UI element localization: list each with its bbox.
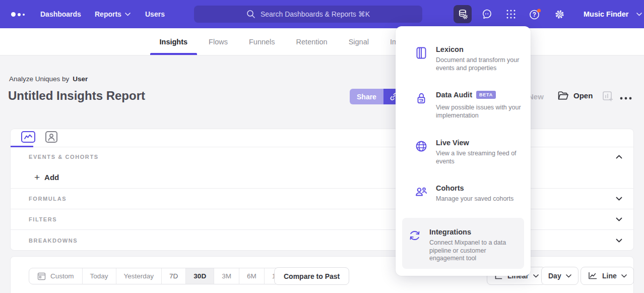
chevron-down-icon: [636, 13, 642, 16]
search-icon: [246, 10, 255, 19]
workspace-name: Music Finder: [584, 10, 628, 18]
section-breakdowns[interactable]: BREAKDOWNS: [11, 229, 633, 251]
top-nav: Dashboards Reports Users Search Dashboar…: [0, 0, 644, 28]
help-button[interactable]: ?: [526, 5, 544, 23]
range-7d[interactable]: 7D: [161, 268, 185, 284]
menu-item-title: Live View: [436, 139, 469, 147]
menu-item-desc: View possible issues with your implement…: [436, 104, 523, 120]
compare-label: Compare to Past: [284, 272, 340, 280]
tab-insights[interactable]: Insights: [150, 28, 198, 55]
add-label: Add: [44, 173, 59, 182]
calendar-icon: [37, 272, 46, 280]
section-events-cohorts[interactable]: EVENTS & COHORTS: [11, 147, 633, 166]
range-label: 6M: [247, 272, 256, 280]
section-formulas[interactable]: FORMULAS: [11, 188, 633, 209]
data-management-button[interactable]: [454, 5, 472, 23]
tab-label: Retention: [296, 38, 328, 46]
interval-selector[interactable]: Day: [541, 267, 578, 285]
book-icon: [415, 46, 428, 60]
menu-item-integrations[interactable]: Integrations Connect Mixpanel to a data …: [402, 218, 524, 269]
chart-add-icon: [602, 91, 614, 102]
add-event-button[interactable]: + Add: [34, 172, 59, 182]
chevron-down-icon[interactable]: [616, 239, 622, 243]
page-title[interactable]: Untitled Insights Report: [8, 89, 145, 103]
chevron-down-icon: [621, 274, 627, 278]
feedback-button[interactable]: [478, 5, 496, 23]
section-filters[interactable]: FILTERS: [11, 209, 633, 229]
tab-funnels[interactable]: Funnels: [239, 28, 285, 55]
section-label: EVENTS & COHORTS: [29, 154, 99, 160]
gear-icon: [554, 9, 565, 20]
interval-label: Day: [548, 272, 561, 280]
tab-label: Flows: [209, 38, 228, 46]
nav-item-reports[interactable]: Reports: [95, 0, 131, 28]
menu-item-title: Data Audit: [436, 91, 472, 99]
beta-badge: BETA: [476, 91, 496, 99]
report-tab-bar: Insights Flows Funnels Retention Signal …: [0, 28, 644, 55]
svg-text:?: ?: [533, 11, 536, 18]
people-icon: [415, 185, 428, 198]
apps-grid-button[interactable]: [502, 5, 520, 23]
range-label: 7D: [169, 272, 178, 280]
chevron-down-icon[interactable]: [616, 197, 622, 201]
chart-toolbar-card: Custom Today Yesterday 7D 30D 3M 6M 12M …: [10, 256, 634, 293]
nav-item-users[interactable]: Users: [145, 0, 165, 28]
database-gear-icon: [457, 9, 469, 20]
range-label: Today: [90, 272, 108, 280]
search-input[interactable]: Search Dashboards & Reports ⌘K: [194, 6, 422, 23]
add-to-dashboard-button[interactable]: [602, 91, 614, 104]
tab-metrics-chart[interactable]: [21, 131, 36, 145]
tab-label: Signal: [349, 38, 369, 46]
menu-item-data-audit[interactable]: Data Audit BETA View possible issues wit…: [402, 91, 524, 120]
line-chart-icon: [588, 271, 598, 280]
menu-item-live-view[interactable]: Live View View a live streaming feed of …: [402, 139, 524, 165]
analysis-entity-selector[interactable]: User: [73, 75, 88, 83]
profile-tab-icon: [45, 131, 58, 143]
help-icon: ?: [529, 8, 542, 21]
chevron-down-icon: [566, 274, 571, 278]
menu-item-cohorts[interactable]: Cohorts Manage your saved cohorts: [402, 184, 524, 203]
range-label: Yesterday: [124, 272, 154, 280]
open-label: Open: [573, 91, 593, 100]
chevron-down-icon: [125, 13, 131, 16]
sync-icon: [408, 229, 421, 242]
range-custom[interactable]: Custom: [29, 268, 82, 284]
date-range-segmented-control: Custom Today Yesterday 7D 30D 3M 6M 12M: [29, 268, 293, 284]
globe-icon: [415, 140, 428, 153]
tab-retention[interactable]: Retention: [287, 28, 337, 55]
menu-item-lexicon[interactable]: Lexicon Document and transform your even…: [402, 45, 524, 72]
range-today[interactable]: Today: [82, 268, 116, 284]
menu-item-desc: View a live streaming feed of events: [436, 150, 523, 165]
grid-dots-icon: [505, 9, 517, 20]
nav-item-dashboards[interactable]: Dashboards: [40, 0, 81, 28]
range-3m[interactable]: 3M: [214, 268, 239, 284]
mixpanel-logo-icon[interactable]: [11, 12, 25, 17]
open-report-button[interactable]: Open: [557, 90, 593, 101]
range-label: Custom: [50, 272, 74, 280]
range-yesterday[interactable]: Yesterday: [116, 268, 162, 284]
range-30d[interactable]: 30D: [185, 268, 214, 284]
nav-item-label: Dashboards: [40, 10, 81, 18]
range-6m[interactable]: 6M: [239, 268, 264, 284]
section-label: FORMULAS: [29, 196, 67, 202]
chevron-down-icon: [533, 274, 539, 278]
tab-flows[interactable]: Flows: [199, 28, 237, 55]
chevron-down-icon[interactable]: [616, 217, 622, 221]
more-options-button[interactable]: [619, 93, 632, 102]
menu-item-title: Lexicon: [436, 45, 464, 53]
lock-icon: [415, 92, 428, 105]
menu-item-title: Integrations: [429, 228, 471, 236]
builder-icon-tabs: [11, 129, 633, 147]
compare-to-past-button[interactable]: Compare to Past: [274, 267, 349, 285]
data-management-dropdown: Lexicon Document and transform your even…: [396, 26, 531, 276]
tab-label: Insights: [160, 38, 188, 46]
tab-profiles[interactable]: [45, 131, 58, 145]
ellipsis-icon: [619, 96, 632, 100]
tab-signal[interactable]: Signal: [339, 28, 378, 55]
settings-button[interactable]: [550, 5, 568, 23]
analysis-type-label: Analyze Uniques byUser: [9, 75, 88, 83]
chevron-up-icon[interactable]: [616, 155, 622, 159]
workspace-switcher[interactable]: Music Finder: [584, 0, 642, 28]
share-button[interactable]: Share: [350, 89, 383, 104]
chart-type-selector[interactable]: Line: [581, 267, 634, 285]
